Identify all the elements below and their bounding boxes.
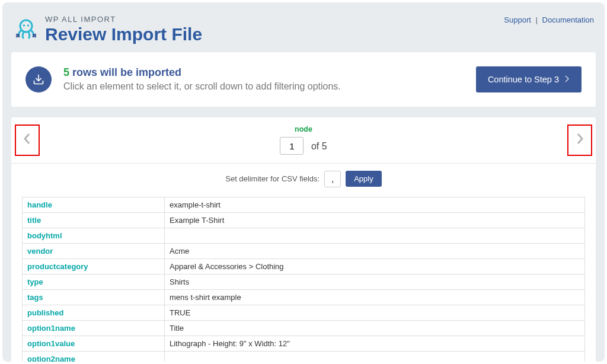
field-key[interactable]: handle [23,197,165,212]
field-key[interactable]: vendor [23,243,165,258]
apply-delimiter-button[interactable]: Apply [346,171,382,187]
chevron-left-icon [23,132,32,148]
field-value[interactable] [165,351,585,362]
download-icon [25,66,52,92]
fields-table: handleexample-t-shirttitleExample T-Shir… [22,197,585,362]
field-key[interactable]: option2name [23,351,165,362]
table-row: typeShirts [23,274,585,289]
table-row: bodyhtml [23,228,585,243]
field-key[interactable]: productcategory [23,258,165,274]
field-key[interactable]: published [23,305,165,320]
continue-button[interactable]: Continue to Step 3 [476,66,582,92]
octopus-logo-icon [13,15,39,44]
table-row: productcategoryApparel & Accessories > C… [23,258,585,274]
chevron-right-icon [575,132,584,148]
prev-record-button[interactable] [15,124,40,156]
field-value[interactable]: Apparel & Accessories > Clothing [165,258,585,274]
field-value[interactable]: mens t-shirt example [165,289,585,305]
delimiter-row: Set delimiter for CSV fields: Apply [11,164,596,197]
chevron-right-icon [565,75,570,84]
field-value[interactable]: example-t-shirt [165,197,585,212]
row-count-suffix: rows will be imported [69,66,181,78]
field-value[interactable]: Example T-Shirt [165,212,585,228]
field-value[interactable] [165,228,585,243]
table-row: option1nameTitle [23,320,585,336]
field-value[interactable]: Lithograph - Height: 9" x Width: 12" [165,336,585,351]
field-key[interactable]: option1value [23,336,165,351]
page-total-text: of 5 [311,141,327,151]
field-value[interactable]: Title [165,320,585,336]
instruction-text: Click an element to select it, or scroll… [63,80,341,93]
field-value[interactable]: TRUE [165,305,585,320]
brand: WP ALL IMPORT Review Import File [13,15,202,44]
table-row: publishedTRUE [23,305,585,320]
pager: node of 5 [11,117,596,164]
rows-imported-title: 5 rows will be imported [63,65,341,80]
page-number-input[interactable] [280,137,304,155]
svg-point-0 [20,20,32,32]
delimiter-label: Set delimiter for CSV fields: [225,174,320,183]
header: WP ALL IMPORT Review Import File Support… [2,2,605,52]
preview-panel: node of 5 Set delimiter for CSV fields: … [11,117,596,362]
table-row: vendorAcme [23,243,585,258]
field-key[interactable]: tags [23,289,165,305]
field-value[interactable]: Shirts [165,274,585,289]
support-link[interactable]: Support [504,15,531,24]
table-row: handleexample-t-shirt [23,197,585,212]
next-record-button[interactable] [567,124,592,156]
continue-button-label: Continue to Step 3 [488,75,559,84]
field-key[interactable]: option1name [23,320,165,336]
field-key[interactable]: title [23,212,165,228]
app-name: WP ALL IMPORT [45,15,202,24]
top-links: Support | Documentation [504,15,594,24]
field-value[interactable]: Acme [165,243,585,258]
field-key[interactable]: bodyhtml [23,228,165,243]
svg-point-2 [27,24,30,27]
field-key[interactable]: type [23,274,165,289]
page-title: Review Import File [45,24,202,44]
documentation-link[interactable]: Documentation [542,15,594,24]
table-row: option1valueLithograph - Height: 9" x Wi… [23,336,585,351]
app-frame: WP ALL IMPORT Review Import File Support… [2,2,605,362]
link-separator: | [536,15,538,24]
row-count: 5 [63,66,69,78]
table-row: titleExample T-Shirt [23,212,585,228]
summary-card: 5 rows will be imported Click an element… [11,52,596,107]
table-row: tagsmens t-shirt example [23,289,585,305]
table-row: option2name [23,351,585,362]
node-label: node [280,125,327,133]
delimiter-input[interactable] [324,171,341,187]
svg-point-1 [23,24,25,27]
